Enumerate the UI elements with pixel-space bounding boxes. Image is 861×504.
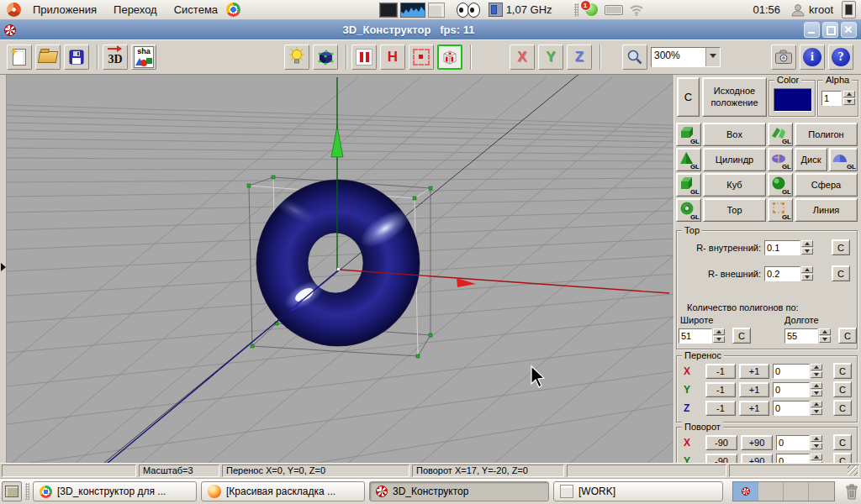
alpha-spin-up[interactable] (843, 91, 855, 97)
viewport[interactable] (7, 75, 673, 463)
task-firefox-window[interactable]: [Красивая раскладка ... (201, 481, 365, 501)
bounding-cube-button[interactable] (313, 45, 338, 70)
trash-icon[interactable] (845, 484, 858, 500)
shape-cylinder-button[interactable]: Цилиндр (703, 148, 766, 171)
viewport-canvas[interactable] (7, 75, 673, 463)
zoom-dropdown-button[interactable] (705, 48, 720, 66)
translate-z-spin-up[interactable] (811, 401, 822, 407)
rotate-x-clear-button[interactable]: C (833, 434, 852, 450)
longitude-input[interactable] (784, 328, 818, 344)
shape-box-button[interactable]: Box (703, 123, 766, 146)
rotate-x-input[interactable] (776, 435, 810, 450)
r-inner-spin-down[interactable] (801, 248, 813, 255)
rotate-x-plus-button[interactable]: +90 (741, 435, 773, 450)
workspace-1[interactable] (733, 482, 758, 501)
window-titlebar[interactable]: 3D_Конструктор fps: 11 (0, 20, 861, 39)
workspace-2[interactable] (758, 482, 784, 501)
translate-x-input[interactable] (773, 364, 810, 379)
longitude-spin-down[interactable] (819, 336, 831, 343)
translate-z-clear-button[interactable]: C (833, 400, 852, 416)
r-inner-spin-up[interactable] (801, 240, 813, 247)
screenshot-button[interactable] (771, 45, 796, 70)
rotate-y-plus-button[interactable]: +90 (741, 454, 773, 463)
shape-cylinder-icon-button[interactable]: GL (676, 148, 701, 171)
wireframe-mode-button[interactable] (351, 45, 377, 70)
minimize-button[interactable] (804, 22, 820, 38)
light-toggle-button[interactable] (284, 45, 309, 70)
translate-x-plus-button[interactable]: +1 (739, 364, 769, 379)
cpu-freq-icon[interactable] (489, 3, 503, 17)
system-monitor-icon[interactable] (400, 3, 425, 18)
resize-grip[interactable] (848, 465, 858, 475)
tray-handle[interactable] (574, 3, 578, 17)
latitude-input[interactable] (679, 328, 712, 344)
task-work-window[interactable]: [WORK] (553, 481, 723, 501)
translate-z-spin-down[interactable] (811, 408, 822, 415)
menu-system[interactable]: Система (166, 0, 226, 19)
rotate-y-clear-button[interactable]: C (833, 453, 852, 463)
clock[interactable]: 01:56 (753, 3, 781, 16)
longitude-spin-up[interactable] (819, 328, 831, 335)
help-button[interactable]: ? (828, 45, 853, 70)
rotate-x-minus-button[interactable]: -90 (705, 435, 737, 450)
shape-disk-icon-button[interactable]: GL (768, 148, 793, 171)
axis-z-button[interactable]: Z (567, 45, 592, 70)
translate-y-minus-button[interactable]: -1 (705, 382, 736, 397)
menu-places[interactable]: Переход (105, 0, 166, 19)
open-file-button[interactable] (35, 45, 61, 70)
axis-y-button[interactable]: Y (538, 45, 563, 70)
alpha-spin-down[interactable] (843, 98, 855, 105)
translate-x-minus-button[interactable]: -1 (705, 364, 736, 379)
distro-logo-icon[interactable] (7, 3, 21, 17)
view-3d-button[interactable]: 3D (103, 45, 128, 70)
rotate-y-input[interactable] (776, 454, 810, 463)
shape-box-icon-button[interactable]: GL (676, 123, 701, 146)
textured-mode-button[interactable] (437, 45, 462, 70)
notes-tray-icon[interactable] (428, 3, 445, 18)
shape-sphere-icon-button[interactable]: GL (768, 173, 793, 197)
user-switcher[interactable]: kroot (790, 3, 833, 17)
solid-mode-button[interactable]: H (380, 45, 405, 70)
save-file-button[interactable] (64, 45, 89, 70)
menu-applications[interactable]: Приложения (24, 0, 105, 19)
shape-disk-button[interactable]: Диск (795, 148, 827, 171)
shape-line-icon-button[interactable]: GL (768, 198, 793, 222)
terminal-tray-icon[interactable] (379, 3, 398, 18)
task-3d-constructor[interactable]: 3D_Конструктор (369, 481, 549, 501)
longitude-clear-button[interactable]: C (838, 328, 857, 344)
shape-torus-button[interactable]: Тор (703, 198, 766, 222)
alpha-input[interactable] (821, 91, 842, 106)
shape-line-button[interactable]: Линия (795, 198, 858, 222)
browser-launcher-icon[interactable] (226, 3, 240, 17)
translate-x-spin-down[interactable] (811, 371, 822, 378)
shape-dome-icon-button[interactable]: GL (829, 148, 858, 171)
translate-x-clear-button[interactable]: C (833, 363, 852, 379)
r-inner-clear-button[interactable]: C (832, 239, 850, 255)
latitude-spin-down[interactable] (713, 336, 725, 343)
network-icon[interactable] (629, 3, 644, 16)
translate-y-clear-button[interactable]: C (833, 381, 852, 397)
r-outer-spin-up[interactable] (801, 266, 813, 273)
shapes-button[interactable]: sha (131, 45, 156, 70)
color-swatch[interactable] (774, 88, 812, 112)
task-browser-window[interactable]: [3D_конструктор для ... (33, 481, 197, 501)
new-file-button[interactable] (7, 45, 32, 70)
shape-sphere-button[interactable]: Сфера (795, 173, 858, 197)
workspace-3[interactable] (784, 482, 809, 501)
shape-polygon-button[interactable]: Полигон (795, 123, 858, 146)
shape-cube-icon-button[interactable]: GL (676, 173, 701, 197)
shape-cube-button[interactable]: Куб (703, 173, 766, 197)
keyboard-indicator-icon[interactable] (605, 5, 623, 15)
r-outer-spin-down[interactable] (801, 274, 813, 281)
translate-z-plus-button[interactable]: +1 (739, 401, 769, 416)
reset-position-button[interactable]: Исходное положение (702, 77, 767, 117)
zoom-level-combobox[interactable]: 300% (651, 47, 721, 67)
display-settings-button[interactable] (842, 1, 856, 18)
translate-y-plus-button[interactable]: +1 (739, 382, 769, 397)
update-notification-icon[interactable]: 1 (585, 3, 598, 16)
translate-x-spin-up[interactable] (811, 364, 822, 370)
close-button[interactable] (841, 22, 857, 38)
translate-y-input[interactable] (773, 382, 810, 397)
rotate-y-minus-button[interactable]: -90 (705, 454, 737, 463)
rotate-x-spin-down[interactable] (811, 443, 822, 449)
